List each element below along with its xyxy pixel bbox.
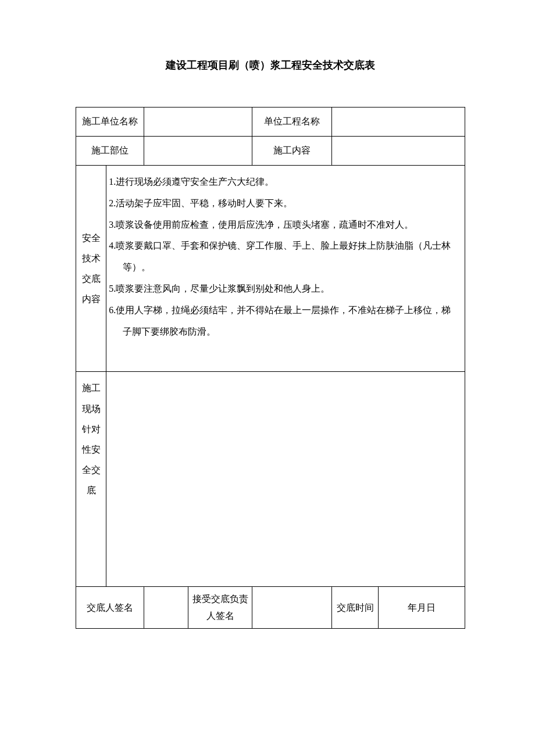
safety-item-3: 3.喷浆设备使用前应检查，使用后应洗净，压喷头堵塞，疏通时不准对人。 [109, 214, 460, 236]
document-title: 建设工程项目刷（喷）浆工程安全技术交底表 [76, 58, 465, 72]
value-construction-unit[interactable] [144, 108, 252, 137]
row-construction-info: 施工部位 施工内容 [76, 137, 465, 166]
row-site-specific: 施工现场针对性安全交底 [76, 372, 465, 587]
value-discloser-sign[interactable] [144, 587, 188, 629]
safety-item-1: 1.进行现场必须遵守安全生产六大纪律。 [109, 171, 460, 193]
value-construction-content[interactable] [331, 137, 465, 166]
row-safety-content: 安全技术交底内容 1.进行现场必须遵守安全生产六大纪律。 2.活动架子应牢固、平… [76, 166, 465, 372]
label-discloser-sign: 交底人签名 [76, 587, 144, 629]
page-container: 建设工程项目刷（喷）浆工程安全技术交底表 施工单位名称 单位工程名称 施工部位 … [0, 0, 535, 629]
safety-item-5: 5.喷浆要注意风向，尽量少让浆飘到别处和他人身上。 [109, 278, 460, 300]
safety-item-4: 4.喷浆要戴口罩、手套和保护镜、穿工作服、手上、脸上最好抹上防肤油脂（凡士林等）… [109, 235, 460, 278]
label-construction-content: 施工内容 [252, 137, 332, 166]
safety-item-2: 2.活动架子应牢固、平稳，移动时人要下来。 [109, 193, 460, 214]
value-disclosure-time[interactable]: 年月日 [379, 587, 465, 629]
value-construction-part[interactable] [144, 137, 252, 166]
form-table: 施工单位名称 单位工程名称 施工部位 施工内容 安全技术交底内容 1.进行现场必… [76, 107, 465, 629]
safety-content-body: 1.进行现场必须遵守安全生产六大纪律。 2.活动架子应牢固、平稳，移动时人要下来… [106, 166, 465, 372]
safety-item-6: 6.使用人字梯，拉绳必须结牢，并不得站在最上一层操作，不准站在梯子上移位，梯子脚… [109, 300, 460, 343]
label-disclosure-time: 交底时间 [331, 587, 378, 629]
label-receiver-sign: 接受交底负责人签名 [188, 587, 252, 629]
site-specific-body[interactable] [106, 372, 465, 587]
value-project-name[interactable] [331, 108, 465, 137]
label-project-name: 单位工程名称 [252, 108, 332, 137]
row-unit-names: 施工单位名称 单位工程名称 [76, 108, 465, 137]
label-construction-unit: 施工单位名称 [76, 108, 144, 137]
label-construction-part: 施工部位 [76, 137, 144, 166]
label-safety-disclosure: 安全技术交底内容 [76, 166, 106, 372]
label-site-specific: 施工现场针对性安全交底 [76, 372, 106, 587]
value-receiver-sign[interactable] [252, 587, 332, 629]
row-signatures: 交底人签名 接受交底负责人签名 交底时间 年月日 [76, 587, 465, 629]
